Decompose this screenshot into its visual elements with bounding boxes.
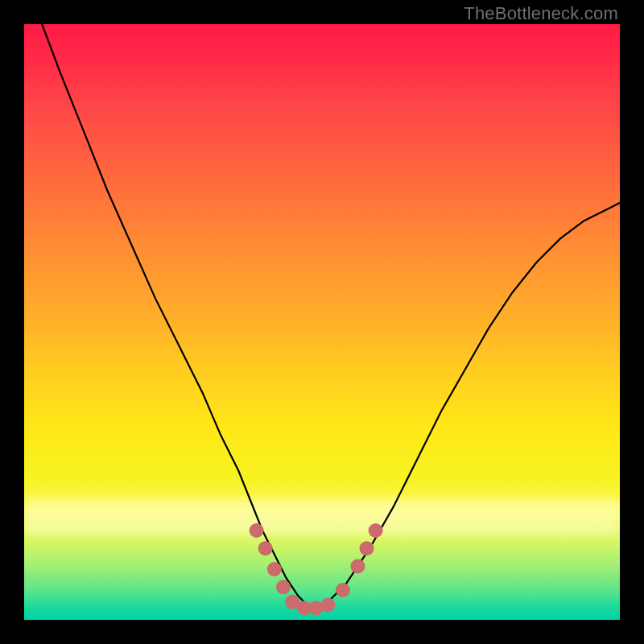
highlight-marker [276,580,291,594]
highlight-marker [267,562,282,576]
outer-black-frame: TheBottleneck.com [0,0,644,644]
curve-layer [24,24,620,620]
highlight-marker [369,523,383,538]
highlight-marker [258,541,273,555]
bottleneck-curve [42,24,620,608]
highlight-marker [336,583,350,597]
highlight-marker [350,559,365,573]
highlight-marker [320,598,335,613]
highlight-marker [250,523,264,538]
marker-group [250,523,383,615]
plot-area [24,24,620,620]
watermark-text: TheBottleneck.com [464,3,618,24]
highlight-marker [360,541,374,555]
